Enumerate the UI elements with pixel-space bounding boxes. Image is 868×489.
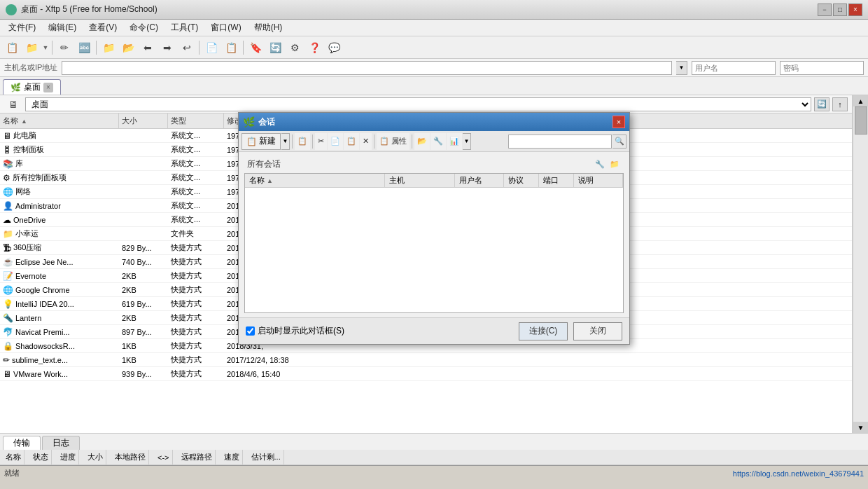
dialog-close-footer-button[interactable]: 关闭 — [573, 322, 622, 340]
dialog-view-btn[interactable]: 📋 — [295, 133, 310, 150]
section-header: 所有会话 🔧 📁 — [244, 156, 624, 172]
dlg-sep1 — [292, 135, 293, 149]
session-dialog: 🌿 会话 × 📋 新建 ▼ 📋 ✂ 📄 📋 ✕ 📋 属性 📂 🔧 📊 — [238, 112, 630, 345]
new-label: 新建 — [259, 135, 276, 147]
dialog-view-arrow[interactable]: ▼ — [463, 133, 471, 150]
dlg-sep3 — [374, 135, 374, 149]
startup-checkbox[interactable] — [246, 326, 255, 336]
dialog-search-btn[interactable]: 🔍 — [612, 135, 626, 149]
dialog-props-btn[interactable]: 📋 属性 — [377, 133, 410, 150]
dialog-title: 会话 — [258, 116, 275, 128]
section-title: 所有会话 — [247, 158, 281, 170]
session-list: 名称 ▲ 主机 用户名 协议 端口 — [244, 173, 624, 313]
checkbox-row: 启动时显示此对话框(S) — [246, 325, 513, 337]
session-col-port[interactable]: 端口 — [539, 174, 574, 187]
dialog-title-bar[interactable]: 🌿 会话 × — [239, 113, 629, 131]
section-icon-btn-2[interactable]: 📁 — [608, 158, 621, 170]
connect-button[interactable]: 连接(C) — [519, 322, 568, 340]
session-col-username[interactable]: 用户名 — [455, 174, 504, 187]
dialog-icon: 🌿 — [243, 116, 255, 128]
dialog-title-left: 🌿 会话 — [243, 116, 275, 128]
dialog-close-button[interactable]: × — [612, 116, 625, 128]
session-col-name[interactable]: 名称 ▲ — [245, 174, 385, 187]
dlg-sep4 — [412, 135, 412, 149]
sort-arrow: ▲ — [267, 177, 273, 184]
session-col-protocol[interactable]: 协议 — [504, 174, 539, 187]
dialog-paste-btn[interactable]: 📋 — [344, 133, 359, 150]
dialog-copy-btn[interactable]: 📄 — [328, 133, 343, 150]
dialog-overlay: 🌿 会话 × 📋 新建 ▼ 📋 ✂ 📄 📋 ✕ 📋 属性 📂 🔧 📊 — [0, 0, 868, 489]
startup-label: 启动时显示此对话框(S) — [258, 325, 344, 337]
session-col-headers: 名称 ▲ 主机 用户名 协议 端口 — [245, 174, 623, 188]
section-icon-btn-1[interactable]: 🔧 — [594, 158, 606, 170]
dialog-search-input[interactable] — [508, 135, 612, 149]
dialog-folder-btn[interactable]: 📂 — [414, 133, 430, 150]
new-icon: 📋 — [246, 137, 257, 146]
dlg-sep2 — [312, 135, 313, 149]
session-rows-area — [245, 188, 623, 313]
section-icons: 🔧 📁 — [594, 158, 621, 170]
dialog-delete-btn[interactable]: ✕ — [360, 133, 372, 150]
dialog-new-btn[interactable]: 📋 新建 — [241, 133, 281, 150]
dialog-tool-btn[interactable]: 🔧 — [430, 133, 446, 150]
dialog-view-type-btn[interactable]: 📊 — [447, 133, 462, 150]
dialog-cut-btn[interactable]: ✂ — [315, 133, 327, 150]
dialog-toolbar: 📋 新建 ▼ 📋 ✂ 📄 📋 ✕ 📋 属性 📂 🔧 📊 ▼ 🔍 — [239, 131, 629, 152]
dialog-footer: 启动时显示此对话框(S) 连接(C) 关闭 — [239, 317, 629, 344]
session-col-host[interactable]: 主机 — [385, 174, 455, 187]
dialog-new-arrow[interactable]: ▼ — [281, 133, 290, 150]
dialog-content: 所有会话 🔧 📁 名称 ▲ 主机 — [239, 152, 629, 317]
session-col-description[interactable]: 说明 — [574, 174, 623, 187]
